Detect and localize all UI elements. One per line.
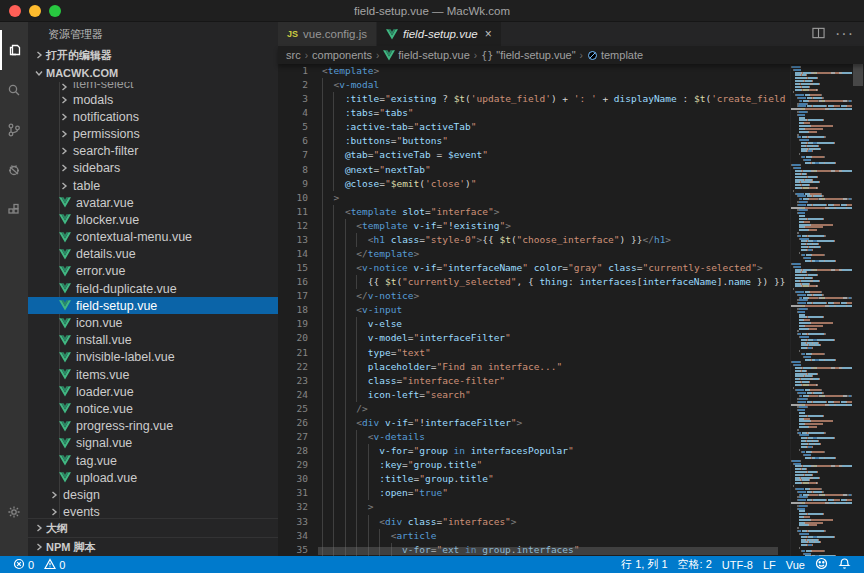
- code-line-33[interactable]: 33 <div class="interfaces">: [278, 515, 790, 529]
- minimap[interactable]: [790, 64, 852, 556]
- tree-folder-table[interactable]: table: [28, 177, 278, 194]
- tree-file-avatar.vue[interactable]: avatar.vue: [28, 194, 278, 211]
- code-line-30[interactable]: 30 :title="group.title": [278, 472, 790, 486]
- tree-file-contextual-menu.vue[interactable]: contextual-menu.vue: [28, 229, 278, 246]
- code-text: <template>: [322, 64, 379, 78]
- code-line-25[interactable]: 25 />: [278, 402, 790, 416]
- tree-file-signal.vue[interactable]: signal.vue: [28, 435, 278, 452]
- tree-file-details.vue[interactable]: details.vue: [28, 246, 278, 263]
- code-line-34[interactable]: 34 <article: [278, 529, 790, 543]
- status-lf[interactable]: LF: [758, 556, 781, 573]
- code-line-29[interactable]: 29 :key="group.title": [278, 458, 790, 472]
- code-line-13[interactable]: 13 <h1 class="style-0">{{ $t("choose_int…: [278, 233, 790, 247]
- code-line-16[interactable]: 16 {{ $t("currently_selected", { thing: …: [278, 275, 790, 289]
- code-line-12[interactable]: 12 <template v-if="!existing">: [278, 219, 790, 233]
- code-line-19[interactable]: 19 v-else: [278, 317, 790, 331]
- tree-folder-modals[interactable]: modals: [28, 91, 278, 108]
- tree-folder-events[interactable]: events: [28, 504, 278, 519]
- tree-file-invisible-label.vue[interactable]: invisible-label.vue: [28, 349, 278, 366]
- code-line-22[interactable]: 22 placeholder="Find an interface...": [278, 360, 790, 374]
- project-section[interactable]: MACWK.COM: [28, 64, 278, 82]
- npm-scripts-section[interactable]: NPM 脚本: [28, 537, 278, 556]
- code-line-21[interactable]: 21 type="text": [278, 346, 790, 360]
- breadcrumb-item-template[interactable]: template: [587, 49, 643, 61]
- tree-file-field-duplicate.vue[interactable]: field-duplicate.vue: [28, 280, 278, 297]
- tree-file-blocker.vue[interactable]: blocker.vue: [28, 211, 278, 228]
- tree-file-items.vue[interactable]: items.vue: [28, 366, 278, 383]
- tree-file-icon.vue[interactable]: icon.vue: [28, 314, 278, 331]
- code-line-28[interactable]: 28 v-for="group in interfacesPopular": [278, 444, 790, 458]
- vertical-scrollbar-thumb[interactable]: [853, 64, 863, 86]
- search-icon[interactable]: [0, 70, 28, 110]
- outline-section[interactable]: 大纲: [28, 518, 278, 537]
- status-utf-8[interactable]: UTF-8: [717, 556, 758, 573]
- status-行-1-列-1[interactable]: 行 1, 列 1: [616, 556, 672, 573]
- error-icon[interactable]: 0: [8, 556, 39, 573]
- tree-file-loader.vue[interactable]: loader.vue: [28, 383, 278, 400]
- code-line-2[interactable]: 2 <v-modal: [278, 78, 790, 92]
- warning-icon[interactable]: 0: [39, 556, 70, 573]
- code-line-26[interactable]: 26 <div v-if="!interfaceFilter">: [278, 416, 790, 430]
- code-line-31[interactable]: 31 :open="true": [278, 486, 790, 500]
- code-line-24[interactable]: 24 icon-left="search": [278, 388, 790, 402]
- code-line-1[interactable]: 1<template>: [278, 64, 790, 78]
- tree-folder-search-filter[interactable]: search-filter: [28, 143, 278, 160]
- tree-file-error.vue[interactable]: error.vue: [28, 263, 278, 280]
- code-line-27[interactable]: 27 <v-details: [278, 430, 790, 444]
- horizontal-scrollbar-thumb[interactable]: [318, 547, 778, 555]
- notifications-bell-icon[interactable]: [833, 556, 856, 573]
- tree-file-field-setup.vue[interactable]: field-setup.vue: [28, 297, 278, 314]
- source-control-icon[interactable]: [0, 110, 28, 150]
- tree-folder-sidebars[interactable]: sidebars: [28, 160, 278, 177]
- breadcrumb-item-components[interactable]: components: [312, 49, 372, 61]
- feedback-smiley-icon[interactable]: [810, 556, 833, 573]
- zoom-window-button[interactable]: [49, 5, 61, 17]
- status-vue[interactable]: Vue: [781, 556, 810, 573]
- run-debug-icon[interactable]: [0, 150, 28, 190]
- close-tab-icon[interactable]: ×: [485, 28, 492, 40]
- tree-folder-design[interactable]: design: [28, 486, 278, 503]
- tab-field-setup.vue[interactable]: field-setup.vue×: [377, 22, 501, 46]
- breadcrumb-item-field-setup.vue[interactable]: {}"field-setup.vue": [481, 49, 575, 61]
- code-line-32[interactable]: 32 >: [278, 500, 790, 514]
- code-line-11[interactable]: 11 <template slot="interface">: [278, 205, 790, 219]
- code-line-6[interactable]: 6 :buttons="buttons": [278, 134, 790, 148]
- code-line-15[interactable]: 15 <v-notice v-if="interfaceName" color=…: [278, 261, 790, 275]
- tab-vue.config.js[interactable]: JSvue.config.js: [278, 22, 376, 46]
- code-line-14[interactable]: 14 </template>: [278, 247, 790, 261]
- close-window-button[interactable]: [9, 5, 21, 17]
- explorer-icon[interactable]: [0, 30, 28, 70]
- more-actions-icon[interactable]: ···: [835, 25, 854, 43]
- code-line-23[interactable]: 23 class="interface-filter": [278, 374, 790, 388]
- code-line-7[interactable]: 7 @tab="activeTab = $event": [278, 148, 790, 162]
- tree-file-upload.vue[interactable]: upload.vue: [28, 469, 278, 486]
- tree-file-tag.vue[interactable]: tag.vue: [28, 452, 278, 469]
- code-line-9[interactable]: 9 @close="$emit('close')": [278, 177, 790, 191]
- code-line-10[interactable]: 10 >: [278, 191, 790, 205]
- code-line-17[interactable]: 17 </v-notice>: [278, 289, 790, 303]
- code-line-4[interactable]: 4 :tabs="tabs": [278, 106, 790, 120]
- tree-file-progress-ring.vue[interactable]: progress-ring.vue: [28, 418, 278, 435]
- code-text: v-for="group in interfacesPopular": [322, 444, 574, 458]
- tree-file-notice.vue[interactable]: notice.vue: [28, 400, 278, 417]
- split-editor-icon[interactable]: [812, 25, 825, 43]
- tree-folder-item-select[interactable]: item-select: [28, 82, 278, 91]
- breadcrumb-item-field-setup.vue[interactable]: field-setup.vue: [383, 49, 470, 61]
- extensions-icon[interactable]: [0, 190, 28, 230]
- line-number: 25: [278, 402, 308, 416]
- code-line-18[interactable]: 18 <v-input: [278, 303, 790, 317]
- tree-folder-notifications[interactable]: notifications: [28, 108, 278, 125]
- code-line-3[interactable]: 3 :title="existing ? $t('update_field') …: [278, 92, 790, 106]
- status-空格-2[interactable]: 空格: 2: [673, 556, 717, 573]
- code-line-8[interactable]: 8 @next="nextTab": [278, 163, 790, 177]
- code-editor[interactable]: 1<template>2 <v-modal3 :title="existing …: [278, 64, 790, 556]
- code-line-20[interactable]: 20 v-model="interfaceFilter": [278, 331, 790, 345]
- tree-file-install.vue[interactable]: install.vue: [28, 332, 278, 349]
- tree-folder-permissions[interactable]: permissions: [28, 125, 278, 142]
- code-line-5[interactable]: 5 :active-tab="activeTab": [278, 120, 790, 134]
- open-editors-section[interactable]: 打开的编辑器: [28, 46, 278, 64]
- minimize-window-button[interactable]: [29, 5, 41, 17]
- settings-gear-icon[interactable]: [0, 492, 28, 532]
- vertical-scrollbar[interactable]: [852, 64, 864, 556]
- breadcrumb-item-src[interactable]: src: [286, 49, 301, 61]
